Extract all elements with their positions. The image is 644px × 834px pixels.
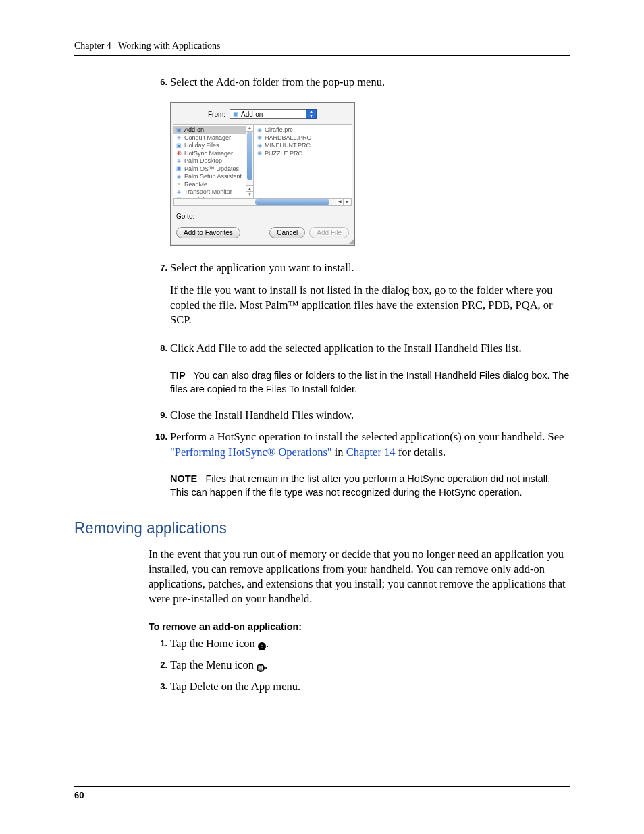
list-item[interactable]: ▣Palm OS™ Updates▶: [173, 165, 253, 173]
step-text: Tap Delete on the App menu.: [170, 679, 300, 694]
step-number: 8.: [149, 341, 170, 353]
note-label: NOTE: [170, 473, 197, 484]
list-item[interactable]: ◉Giraffe.prc: [254, 126, 352, 134]
scroll-up-icon: ▲: [246, 125, 253, 132]
menu-icon: ▤: [257, 664, 265, 672]
scrollbar-vertical[interactable]: ▲ ▲ ▼: [246, 125, 253, 198]
step-8: 8. Click Add File to add the selected ap…: [149, 341, 570, 356]
app-icon: ◈: [175, 189, 183, 195]
tip-callout: TIP You can also drag files or folders t…: [170, 369, 570, 396]
list-item[interactable]: ▣Tutorial▶: [173, 196, 253, 199]
combo-arrows-icon: ▲▼: [306, 109, 317, 119]
app-icon: ◐: [175, 150, 183, 156]
list-item[interactable]: ◈Palm Setup Assistant: [173, 172, 253, 180]
folder-icon: ▣: [175, 127, 183, 133]
footer-rule: [74, 786, 570, 787]
app-icon: ◈: [175, 158, 183, 164]
dialog-screenshot: From: ▣ Add-on ▲▼ ▣Add-on▶ ◈Conduit Mana…: [170, 102, 570, 246]
step-6: 6. Select the Add-on folder from the pop…: [149, 75, 570, 90]
app-icon: ◈: [175, 174, 183, 180]
scroll-right-icon: ▶: [343, 199, 350, 205]
step-text: Perform a HotSync operation to install t…: [170, 429, 570, 460]
section-heading: Removing applications: [74, 519, 530, 538]
page-number: 60: [74, 790, 84, 800]
goto-label: Go to:: [171, 206, 354, 223]
scroll-down-icon: ▼: [246, 191, 253, 198]
step-10: 10. Perform a HotSync operation to insta…: [149, 429, 570, 460]
note-callout: NOTE Files that remain in the list after…: [170, 472, 570, 500]
folder-icon: ▣: [175, 197, 183, 198]
scroll-left-icon: ◀: [336, 199, 343, 205]
remove-step-3: 3. Tap Delete on the App menu.: [149, 679, 570, 694]
list-item[interactable]: ◉MINEHUNT.PRC: [254, 141, 352, 149]
step-number: 9.: [149, 408, 170, 420]
list-item[interactable]: ◉HARDBALL.PRC: [254, 134, 352, 142]
scroll-thumb-h: [255, 199, 329, 205]
prc-icon: ◉: [255, 142, 263, 149]
sub-heading: To remove an add-on application:: [149, 621, 549, 632]
step-9: 9. Close the Install Handheld Files wind…: [149, 408, 570, 423]
list-item[interactable]: ▫ReadMe: [173, 180, 253, 188]
list-item[interactable]: ▣Add-on▶: [173, 126, 253, 134]
from-combo[interactable]: ▣ Add-on ▲▼: [230, 109, 317, 119]
step-number: 3.: [149, 679, 170, 692]
note-body: Files that remain in the list after you …: [170, 473, 550, 498]
tip-label: TIP: [170, 370, 186, 381]
step-text: Tap the Menu icon ▤.: [170, 658, 267, 673]
list-item[interactable]: ▣Holiday Files▶: [173, 141, 253, 149]
cancel-button[interactable]: Cancel: [269, 227, 305, 238]
add-to-favorites-button[interactable]: Add to Favorites: [176, 227, 240, 238]
step-7: 7. Select the application you want to in…: [149, 261, 570, 334]
prc-icon: ◉: [255, 150, 263, 156]
list-item[interactable]: ◐HotSync Manager: [173, 149, 253, 157]
scroll-thumb: [247, 132, 252, 180]
remove-step-2: 2. Tap the Menu icon ▤.: [149, 658, 570, 673]
folder-icon: ▣: [175, 142, 183, 149]
add-file-button[interactable]: Add File: [309, 227, 349, 238]
list-item[interactable]: ◈Transport Monitor: [173, 188, 253, 196]
running-header: Chapter 4 Working with Applications: [74, 41, 570, 56]
column-folders: ▣Add-on▶ ◈Conduit Manager ▣Holiday Files…: [173, 125, 254, 198]
step-text: Tap the Home icon ⌂.: [170, 636, 269, 651]
step-text: Select the application you want to insta…: [170, 261, 570, 276]
resize-grip-icon: ◢: [347, 238, 354, 244]
step-paragraph: If the file you want to install is not l…: [170, 283, 570, 328]
home-icon: ⌂: [258, 642, 266, 650]
step-number: 10.: [149, 429, 170, 442]
list-item[interactable]: ◉PUZZLE.PRC: [254, 149, 352, 157]
from-label: From:: [208, 111, 225, 118]
remove-step-1: 1. Tap the Home icon ⌂.: [149, 636, 570, 651]
app-icon: ◈: [175, 134, 183, 140]
chapter-title: Working with Applications: [118, 41, 220, 51]
scrollbar-horizontal[interactable]: ◀ ▶: [173, 199, 352, 206]
list-item[interactable]: ◈Palm Desktop: [173, 157, 253, 165]
step-number: 7.: [149, 261, 170, 273]
from-combo-value: Add-on: [241, 111, 263, 118]
folder-icon: ▣: [175, 165, 183, 172]
step-text: Close the Install Handheld Files window.: [170, 408, 354, 423]
column-files: ◉Giraffe.prc ◉HARDBALL.PRC ◉MINEHUNT.PRC…: [254, 125, 352, 198]
doc-icon: ▫: [175, 181, 183, 187]
file-dialog: From: ▣ Add-on ▲▼ ▣Add-on▶ ◈Conduit Mana…: [170, 102, 355, 246]
step-number: 2.: [149, 658, 170, 670]
step-text: Click Add File to add the selected appli…: [170, 341, 522, 356]
tip-body: You can also drag files or folders to th…: [170, 370, 569, 394]
folder-icon: ▣: [232, 111, 240, 118]
step-number: 1.: [149, 636, 170, 648]
step-text: Select the Add-on folder from the pop-up…: [170, 75, 385, 90]
link-hotsync[interactable]: "Performing HotSync® Operations": [170, 446, 332, 459]
list-item[interactable]: ◈Conduit Manager: [173, 134, 253, 142]
prc-icon: ◉: [255, 134, 263, 140]
link-chapter14[interactable]: Chapter 14: [346, 446, 396, 459]
chapter-label: Chapter 4: [74, 41, 111, 51]
step-number: 6.: [149, 75, 170, 87]
section-paragraph: In the event that you run out of memory …: [149, 547, 570, 607]
prc-icon: ◉: [255, 127, 263, 133]
